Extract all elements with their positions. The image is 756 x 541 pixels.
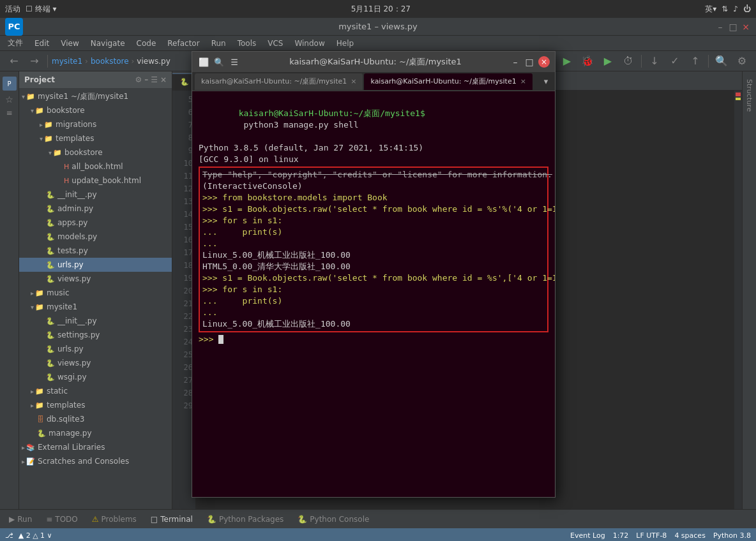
terminal-output-12: >>> s1 = Book.objects.raw('select * from… — [202, 272, 545, 284]
terminal-tab-2-close[interactable]: × — [520, 77, 526, 85]
project-collapse-icon[interactable]: – — [144, 75, 148, 84]
terminal-tab-1-close[interactable]: × — [351, 77, 356, 85]
terminal-maximize-button[interactable]: □ — [524, 57, 534, 67]
problems-tab[interactable]: ⚠ Problems — [86, 512, 143, 527]
terminal-tab[interactable]: □ Terminal — [144, 512, 199, 527]
breadcrumb-app[interactable]: bookstore — [91, 57, 129, 66]
terminal-search-icon[interactable]: 🔍 — [213, 56, 225, 68]
maximize-button[interactable]: □ — [728, 22, 738, 32]
tree-item-settings[interactable]: 🐍 settings.py — [19, 328, 172, 342]
tree-item-init-mysite1[interactable]: 🐍 __init__.py — [19, 314, 172, 328]
tree-item-views-mysite1[interactable]: 🐍 views.py — [19, 356, 172, 370]
tree-item-tests[interactable]: 🐍 tests.py — [19, 244, 172, 258]
terminal-minimize-button[interactable]: – — [510, 57, 520, 67]
minimize-button[interactable]: – — [715, 22, 725, 32]
coverage-button[interactable]: ▶ — [599, 52, 617, 70]
tree-label-bookstore-sub: bookstore — [64, 148, 103, 157]
toolbar-separator-1 — [47, 55, 48, 68]
terminal-close-button[interactable]: × — [538, 56, 550, 68]
tree-item-models[interactable]: 🐍 models.py — [19, 230, 172, 244]
forward-button[interactable]: → — [26, 52, 43, 70]
close-button[interactable]: × — [741, 22, 751, 32]
run-tab[interactable]: ▶ Run — [3, 512, 38, 527]
tree-item-views-bookstore[interactable]: 🐍 views.py — [19, 272, 172, 286]
tree-item-scratches[interactable]: ▸ 📝 Scratches and Consoles — [19, 454, 172, 468]
terminal-window-title: kaisarh@KaiSarH-Ubuntu: ~/桌面/mysite1 — [246, 56, 505, 68]
breadcrumb-project[interactable]: mysite1 — [52, 57, 82, 66]
terminal-tab-2[interactable]: kaisarh@KaiSarH-Ubuntu: ~/桌面/mysite1 × — [364, 73, 532, 90]
project-close-icon[interactable]: × — [160, 75, 167, 84]
back-button[interactable]: ← — [5, 52, 23, 70]
project-view-icon[interactable]: P — [3, 77, 17, 91]
terminal-new-tab-button[interactable]: ▾ — [540, 75, 552, 88]
status-position[interactable]: 1:72 — [613, 531, 629, 540]
structure-tab[interactable]: Structure — [744, 74, 755, 117]
tree-item-init-bookstore[interactable]: 🐍 __init__.py — [19, 188, 172, 202]
tree-item-db[interactable]: 🗄 db.sqlite3 — [19, 412, 172, 426]
tree-item-bookstore-sub[interactable]: ▾ 📁 bookstore — [19, 145, 172, 159]
terminal-app-label[interactable]: ☐ 终端 ▾ — [26, 4, 56, 15]
menu-edit[interactable]: Edit — [29, 38, 54, 49]
tree-item-apps[interactable]: 🐍 apps.py — [19, 216, 172, 230]
terminal-output-15: ... — [202, 307, 545, 318]
profile-button[interactable]: ⏱ — [619, 52, 637, 70]
tree-item-urls-bookstore[interactable]: 🐍 urls.py — [19, 258, 172, 272]
editor-scrollbar[interactable] — [734, 91, 742, 509]
menu-refactor[interactable]: Refactor — [162, 38, 204, 49]
git-push-button[interactable]: ↑ — [686, 52, 704, 70]
tree-item-static[interactable]: ▸ 📁 static — [19, 384, 172, 398]
terminal-tab-1[interactable]: kaisarh@KaiSarH-Ubuntu: ~/桌面/mysite1 × — [195, 73, 363, 90]
run-button[interactable]: ▶ — [558, 52, 576, 70]
system-lang[interactable]: 英▾ — [705, 4, 716, 15]
tree-item-admin[interactable]: 🐍 admin.py — [19, 202, 172, 216]
menu-window[interactable]: Window — [289, 38, 329, 49]
project-panel-title: Project — [24, 75, 55, 84]
tree-item-bookstore[interactable]: ▾ 📁 bookstore — [19, 103, 172, 117]
menu-help[interactable]: Help — [331, 38, 359, 49]
activities-label[interactable]: 活动 — [5, 4, 20, 15]
bookmarks-icon[interactable]: ☆ — [5, 94, 13, 105]
bottom-toolbar: ▶ Run ≡ TODO ⚠ Problems □ Terminal 🐍 Pyt… — [0, 509, 756, 528]
tree-label-admin: admin.py — [57, 204, 93, 213]
power-icon[interactable]: ⏻ — [743, 4, 751, 13]
menu-navigate[interactable]: Navigate — [86, 38, 130, 49]
project-options-icon[interactable]: ☰ — [151, 75, 158, 84]
tree-item-templates-bookstore[interactable]: ▾ 📁 templates — [19, 131, 172, 145]
tree-item-templates-root[interactable]: ▸ 📁 templates — [19, 398, 172, 412]
py-file-icon: 🐍 — [46, 247, 55, 255]
settings-button[interactable]: ⚙ — [733, 52, 751, 70]
tree-item-urls-mysite1[interactable]: 🐍 urls.py — [19, 342, 172, 356]
structure-icon[interactable]: ≡ — [6, 108, 12, 117]
todo-tab[interactable]: ≡ TODO — [40, 512, 84, 527]
menu-vcs[interactable]: VCS — [262, 38, 288, 49]
status-encoding[interactable]: LF UTF-8 — [636, 531, 667, 540]
menu-file[interactable]: 文件 — [3, 36, 28, 50]
menu-run[interactable]: Run — [206, 38, 231, 49]
tree-item-all-book[interactable]: H all_book.html — [19, 159, 172, 174]
menu-tools[interactable]: Tools — [232, 38, 262, 49]
tree-item-mysite1-sub[interactable]: ▾ 📁 mysite1 — [19, 300, 172, 314]
python-console-tab[interactable]: 🐍 Python Console — [291, 512, 375, 527]
tree-item-external-libs[interactable]: ▸ 📚 External Libraries — [19, 440, 172, 454]
menu-view[interactable]: View — [56, 38, 84, 49]
debug-button[interactable]: 🐞 — [578, 52, 596, 70]
tree-item-wsgi[interactable]: 🐍 wsgi.py — [19, 370, 172, 384]
terminal-content[interactable]: kaisarh@KaiSarH-Ubuntu:~/桌面/mysite1$ pyt… — [192, 91, 555, 497]
project-gear-icon[interactable]: ⚙ — [135, 75, 142, 84]
status-indent[interactable]: 4 spaces — [674, 531, 706, 540]
git-commit-button[interactable]: ✓ — [666, 52, 684, 70]
python-packages-tab[interactable]: 🐍 Python Packages — [200, 512, 290, 527]
search-everywhere-button[interactable]: 🔍 — [713, 52, 730, 70]
tree-item-update-book[interactable]: H update_book.html — [19, 174, 172, 188]
status-event-log[interactable]: Event Log — [570, 531, 605, 540]
git-update-button[interactable]: ↓ — [646, 52, 663, 70]
status-warnings[interactable]: ▲ 2 △ 1 ∨ — [19, 531, 52, 540]
terminal-menu-icon[interactable]: ☰ — [228, 56, 241, 68]
menu-code[interactable]: Code — [132, 38, 162, 49]
status-python[interactable]: Python 3.8 — [713, 531, 751, 540]
tree-item-music[interactable]: ▸ 📁 music — [19, 286, 172, 300]
tree-item-root[interactable]: ▾ 📁 mysite1 ~/桌面/mysite1 — [19, 89, 172, 103]
breadcrumb-file[interactable]: views.py — [137, 57, 170, 66]
tree-item-manage[interactable]: 🐍 manage.py — [19, 426, 172, 440]
tree-item-migrations[interactable]: ▸ 📁 migrations — [19, 117, 172, 131]
